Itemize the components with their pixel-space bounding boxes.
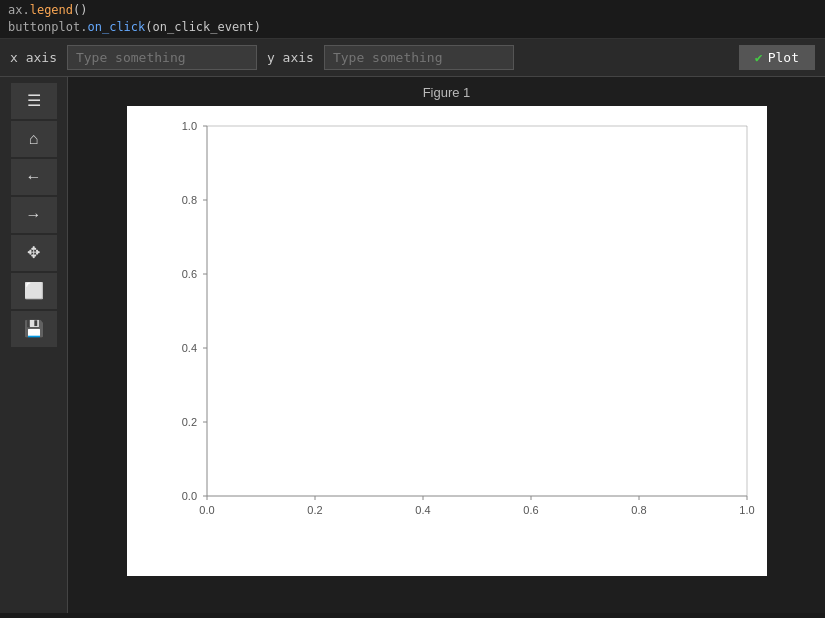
x-axis-input[interactable] [67, 45, 257, 70]
y-axis-input[interactable] [324, 45, 514, 70]
svg-text:0.6: 0.6 [181, 268, 196, 280]
pan-button[interactable]: ✥ [11, 235, 57, 271]
sidebar: ☰ ⌂ ← → ✥ ⬜ 💾 [0, 77, 68, 613]
x-axis-label: x axis [10, 50, 57, 65]
code-bar: ax.legend() buttonplot.on_click(on_click… [0, 0, 825, 39]
code-line-1: ax.legend() [8, 2, 817, 19]
svg-text:1.0: 1.0 [739, 504, 754, 516]
chart-container: 1.0 0.8 0.6 0.4 0.2 0.0 0.0 [127, 106, 767, 576]
svg-text:0.6: 0.6 [523, 504, 538, 516]
svg-text:0.0: 0.0 [181, 490, 196, 502]
svg-rect-0 [127, 106, 767, 576]
checkmark-icon: ✔ [755, 50, 763, 65]
y-axis-label: y axis [267, 50, 314, 65]
svg-text:0.4: 0.4 [415, 504, 430, 516]
zoom-button[interactable]: ⬜ [11, 273, 57, 309]
forward-button[interactable]: → [11, 197, 57, 233]
chart-svg: 1.0 0.8 0.6 0.4 0.2 0.0 0.0 [127, 106, 767, 576]
toolbar: x axis y axis ✔ Plot [0, 39, 825, 77]
save-button[interactable]: 💾 [11, 311, 57, 347]
main-area: ☰ ⌂ ← → ✥ ⬜ 💾 Figure 1 [0, 77, 825, 613]
plot-button[interactable]: ✔ Plot [739, 45, 815, 70]
svg-text:0.8: 0.8 [181, 194, 196, 206]
svg-text:0.2: 0.2 [307, 504, 322, 516]
svg-text:1.0: 1.0 [181, 120, 196, 132]
svg-text:0.8: 0.8 [631, 504, 646, 516]
svg-text:0.2: 0.2 [181, 416, 196, 428]
home-button[interactable]: ⌂ [11, 121, 57, 157]
svg-text:0.4: 0.4 [181, 342, 196, 354]
back-button[interactable]: ← [11, 159, 57, 195]
menu-button[interactable]: ☰ [11, 83, 57, 119]
plot-button-label: Plot [768, 50, 799, 65]
code-line-2: buttonplot.on_click(on_click_event) [8, 19, 817, 36]
figure-area: Figure 1 1.0 [68, 77, 825, 613]
svg-text:0.0: 0.0 [199, 504, 214, 516]
figure-title: Figure 1 [423, 85, 471, 100]
